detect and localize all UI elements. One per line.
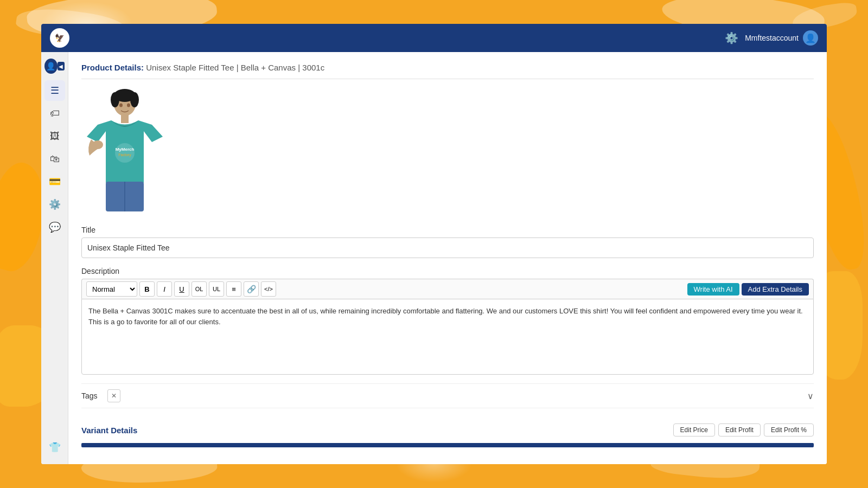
tags-label: Tags [81, 391, 103, 400]
user-avatar: 👤 [803, 30, 818, 46]
sidebar-item-tags[interactable]: 🏷 [44, 103, 65, 124]
svg-rect-6 [121, 115, 129, 123]
edit-profit-button[interactable]: Edit Profit [718, 423, 761, 436]
username-label: Mmftestaccount [745, 34, 799, 42]
description-editor[interactable]: The Bella + Canvas 3001C makes sure to a… [81, 299, 814, 375]
write-with-ai-button[interactable]: Write with AI [687, 283, 739, 296]
svg-point-4 [111, 92, 119, 107]
sidebar-item-card[interactable]: 💳 [44, 171, 65, 192]
variant-details-title: Variant Details [81, 426, 137, 435]
variant-details-section: Variant Details Edit Price Edit Profit E… [81, 417, 814, 441]
svg-point-5 [130, 92, 139, 107]
tags-expand-icon[interactable]: ∨ [807, 391, 814, 401]
main-content: Product Details: Unisex Staple Fitted Te… [68, 52, 827, 464]
svg-text:🦅: 🦅 [55, 33, 65, 43]
variant-blue-bar [81, 443, 814, 447]
title-section: Title [81, 226, 814, 267]
sidebar-item-image[interactable]: 🖼 [44, 126, 65, 146]
svg-point-14 [127, 104, 130, 107]
description-label: Description [81, 267, 814, 275]
product-details-label: Product Details: [81, 63, 144, 72]
sidebar-toggle[interactable]: ◀ [58, 62, 65, 70]
link-button[interactable]: 🔗 [244, 281, 259, 297]
edit-price-button[interactable]: Edit Price [673, 423, 715, 436]
sidebar: 👤 ◀ ☰ 🏷 🖼 🛍 💳 ⚙️ 💬 👕 [41, 52, 68, 464]
italic-button[interactable]: I [157, 281, 172, 297]
bold-button[interactable]: B [139, 281, 155, 297]
logo[interactable]: 🦅 [50, 28, 69, 48]
settings-icon[interactable]: ⚙️ [725, 31, 738, 44]
align-button[interactable]: ≡ [226, 281, 241, 297]
add-extra-details-button[interactable]: Add Extra Details [742, 283, 809, 296]
svg-text:Factory: Factory [118, 153, 131, 157]
product-details-header: Product Details: Unisex Staple Fitted Te… [81, 63, 814, 79]
title-input[interactable] [81, 237, 814, 258]
sidebar-top: 👤 ◀ [41, 56, 68, 76]
edit-profit-pct-button[interactable]: Edit Profit % [764, 423, 814, 436]
header-right: ⚙️ Mmftestaccount 👤 [725, 30, 818, 46]
sidebar-avatar[interactable]: 👤 [44, 59, 58, 74]
code-button[interactable]: </> [261, 281, 276, 297]
variant-button-group: Edit Price Edit Profit Edit Profit % [673, 423, 814, 436]
sidebar-item-settings[interactable]: ⚙️ [44, 194, 65, 215]
editor-toolbar: Normal Heading 1 Heading 2 B I U OL UL ≡… [81, 279, 814, 299]
title-label: Title [81, 226, 814, 234]
underline-button[interactable]: U [174, 281, 189, 297]
product-image-area: MyMerch Factory [81, 88, 814, 213]
sidebar-item-store[interactable]: 🛍 [44, 149, 65, 169]
sidebar-item-chat[interactable]: 💬 [44, 217, 65, 237]
sidebar-item-tshirt[interactable]: 👕 [44, 437, 65, 458]
format-select[interactable]: Normal Heading 1 Heading 2 [86, 281, 137, 297]
svg-text:MyMerch: MyMerch [116, 147, 135, 152]
sidebar-item-list[interactable]: ☰ [44, 80, 65, 101]
product-details-subtitle: Unisex Staple Fitted Tee | Bella + Canva… [146, 63, 324, 72]
tags-section: Tags ✕ ∨ [81, 383, 814, 408]
ordered-list-button[interactable]: OL [192, 281, 207, 297]
user-menu[interactable]: Mmftestaccount 👤 [745, 30, 818, 46]
sidebar-bottom: 👕 [44, 437, 65, 464]
product-image: MyMerch Factory [81, 88, 168, 213]
unordered-list-button[interactable]: UL [209, 281, 224, 297]
description-section: Description Normal Heading 1 Heading 2 B… [81, 267, 814, 375]
app-header: 🦅 ⚙️ Mmftestaccount 👤 [41, 24, 827, 52]
tag-close-button[interactable]: ✕ [107, 389, 120, 402]
svg-point-13 [119, 104, 123, 107]
description-text: The Bella + Canvas 3001C makes sure to a… [88, 307, 803, 326]
